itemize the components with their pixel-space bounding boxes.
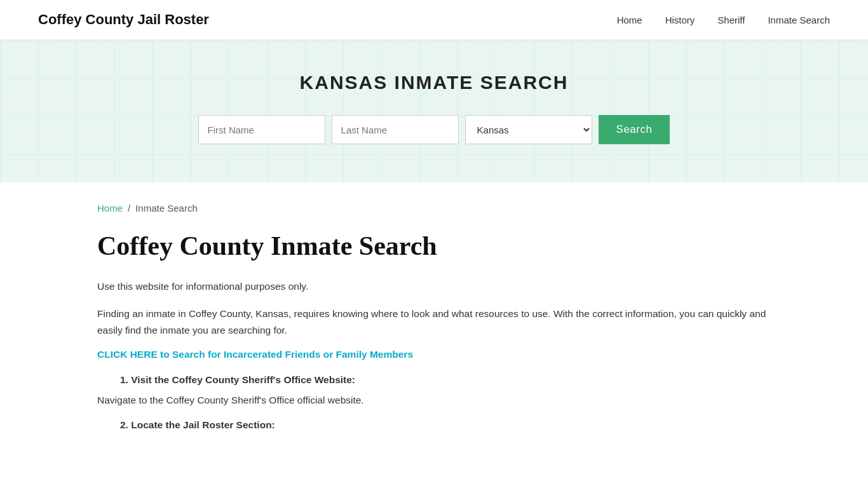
state-select[interactable]: Kansas [465,115,592,144]
last-name-input[interactable] [332,115,459,144]
step-1-text: Navigate to the Coffey County Sheriff's … [97,392,771,409]
intro-paragraph-2: Finding an inmate in Coffey County, Kans… [97,306,771,339]
step-2: 2. Locate the Jail Roster Section: [120,419,771,431]
search-form: Kansas Search [13,115,855,144]
nav-history[interactable]: History [665,15,695,25]
page-title: Coffey County Inmate Search [97,231,771,261]
step-2-label: 2. Locate the Jail Roster Section: [120,419,275,430]
first-name-input[interactable] [198,115,325,144]
breadcrumb-home[interactable]: Home [97,203,123,214]
breadcrumb-current: Inmate Search [135,203,198,214]
nav-home[interactable]: Home [617,15,642,25]
main-content: Home / Inmate Search Coffey County Inmat… [59,182,809,475]
breadcrumb: Home / Inmate Search [97,203,771,214]
site-header: Coffey County Jail Roster Home History S… [0,0,868,40]
hero-title: KANSAS INMATE SEARCH [13,72,855,93]
site-title: Coffey County Jail Roster [38,11,209,28]
breadcrumb-separator: / [128,203,130,214]
nav-sheriff[interactable]: Sheriff [717,15,745,25]
incarcerated-search-link[interactable]: CLICK HERE to Search for Incarcerated Fr… [97,349,771,360]
step-1: 1. Visit the Coffey County Sheriff's Off… [120,374,771,386]
nav-inmate-search[interactable]: Inmate Search [768,15,830,25]
step-1-label: 1. Visit the Coffey County Sheriff's Off… [120,374,355,385]
main-nav: Home History Sheriff Inmate Search [617,15,830,25]
search-button[interactable]: Search [599,115,670,144]
intro-paragraph-1: Use this website for informational purpo… [97,278,771,295]
hero-banner: KANSAS INMATE SEARCH Kansas Search [0,40,868,182]
